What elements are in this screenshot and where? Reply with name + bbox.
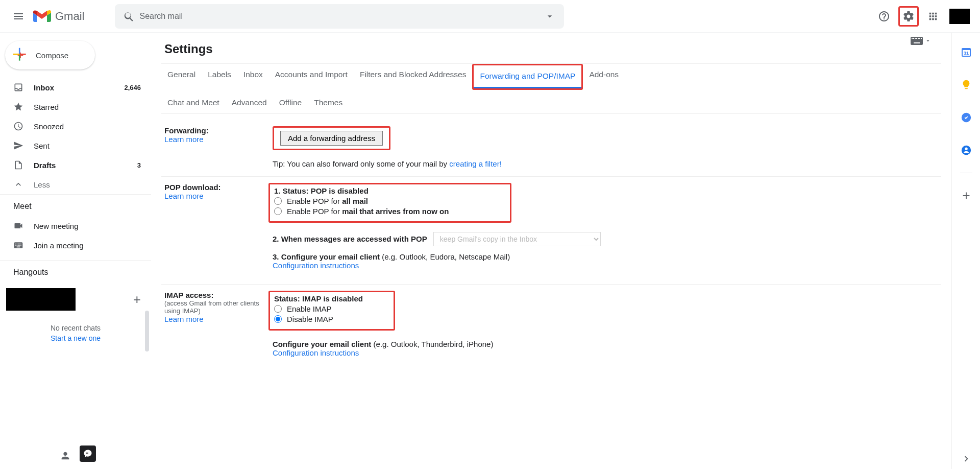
nav-label: Drafts	[34, 161, 56, 170]
pop-enable-new-radio[interactable]: Enable POP for mail that arrives from no…	[274, 207, 449, 216]
forwarding-section: Forwarding: Learn more Add a forwarding …	[161, 120, 941, 177]
imap-subheading: (access Gmail from other clients using I…	[164, 299, 273, 315]
inbox-icon	[13, 82, 23, 92]
svg-rect-8	[914, 42, 920, 43]
hangouts-start-link[interactable]: Start a new one	[0, 334, 151, 342]
pop-step2-label: 2. When messages are accessed with POP	[273, 235, 427, 243]
contacts-footer-button[interactable]	[55, 445, 76, 466]
calendar-icon: 31	[960, 46, 972, 58]
pop-section: POP download: Learn more 1. Status: POP …	[161, 177, 941, 285]
add-forwarding-address-button[interactable]: Add a forwarding address	[280, 131, 383, 146]
search-button[interactable]	[119, 6, 139, 27]
hangouts-footer-button[interactable]	[80, 445, 96, 462]
keyboard-icon	[13, 240, 23, 250]
star-icon	[13, 102, 23, 112]
sidebar: Compose Inbox 2,646 Starred Snoozed	[0, 33, 151, 469]
apps-grid-icon	[927, 11, 939, 22]
meet-section-title: Meet	[0, 195, 151, 216]
nav-label: Snoozed	[34, 122, 64, 131]
send-icon	[13, 140, 23, 151]
calendar-panel-button[interactable]: 31	[956, 42, 976, 62]
hangouts-user-badge[interactable]	[6, 288, 76, 311]
caret-down-icon	[925, 38, 931, 44]
imap-learn-more[interactable]: Learn more	[164, 315, 204, 323]
pop-step3-label: 3. Configure your email client	[273, 252, 382, 261]
file-icon	[13, 160, 23, 170]
drafts-count: 3	[137, 161, 141, 169]
imap-config-label: Configure your email client	[273, 340, 374, 348]
tasks-panel-button[interactable]	[956, 107, 976, 128]
caret-down-icon	[545, 11, 555, 21]
imap-heading: IMAP access:	[164, 291, 273, 299]
forwarding-tip: Tip: You can also forward only some of y…	[273, 159, 941, 168]
sidebar-item-sent[interactable]: Sent	[0, 136, 151, 155]
account-avatar[interactable]	[949, 9, 970, 24]
contacts-panel-button[interactable]	[956, 140, 976, 160]
tab-general[interactable]: General	[161, 64, 202, 90]
pop-learn-more[interactable]: Learn more	[164, 192, 204, 200]
svg-rect-2	[913, 38, 914, 39]
pop-enable-all-radio[interactable]: Enable POP for all mail	[274, 197, 449, 205]
nav-label: Less	[34, 180, 50, 189]
apps-button[interactable]	[923, 6, 943, 27]
addons-panel-button[interactable]	[956, 185, 976, 206]
tab-offline[interactable]: Offline	[273, 92, 308, 113]
hamburger-icon	[12, 10, 24, 22]
compose-button[interactable]: Compose	[5, 41, 95, 69]
tab-inbox[interactable]: Inbox	[237, 64, 269, 90]
page-title: Settings	[164, 42, 941, 56]
tab-accounts[interactable]: Accounts and Import	[269, 64, 354, 90]
forwarding-learn-more[interactable]: Learn more	[164, 135, 204, 144]
tab-chat-meet[interactable]: Chat and Meet	[161, 92, 226, 113]
sidebar-item-less[interactable]: Less	[0, 175, 151, 194]
input-tools-button[interactable]	[911, 37, 931, 45]
tab-themes[interactable]: Themes	[308, 92, 349, 113]
svg-point-14	[965, 148, 968, 151]
pop-config-link[interactable]: Configuration instructions	[273, 261, 359, 270]
pop-status: 1. Status: POP is disabled	[274, 186, 449, 195]
search-options-dropdown[interactable]	[540, 6, 560, 27]
support-button[interactable]	[874, 6, 894, 27]
tab-addons[interactable]: Add-ons	[583, 64, 625, 90]
search-icon	[124, 11, 135, 22]
join-meeting-button[interactable]: Join a meeting	[0, 236, 151, 255]
settings-tabs-row2: Chat and Meet Advanced Offline Themes	[161, 90, 941, 114]
panel-toggle-button[interactable]	[956, 449, 976, 469]
forwarding-heading: Forwarding:	[164, 126, 273, 135]
help-icon	[878, 10, 890, 22]
imap-disable-radio[interactable]: Disable IMAP	[274, 315, 363, 323]
tab-labels[interactable]: Labels	[202, 64, 237, 90]
sidebar-item-starred[interactable]: Starred	[0, 97, 151, 116]
keep-panel-button[interactable]	[956, 75, 976, 95]
keyboard-icon	[911, 37, 923, 45]
search-input[interactable]	[139, 12, 540, 21]
sidebar-scrollbar[interactable]	[145, 311, 149, 351]
tab-advanced[interactable]: Advanced	[226, 92, 273, 113]
hangouts-add-button[interactable]: +	[133, 292, 141, 308]
plus-icon	[12, 47, 29, 63]
chevron-up-icon	[13, 179, 23, 190]
tasks-icon	[961, 112, 972, 123]
inbox-count: 2,646	[124, 84, 141, 91]
hangouts-empty-text: No recent chats	[0, 316, 151, 334]
search-bar	[115, 4, 564, 29]
pop-access-select[interactable]: keep Gmail's copy in the Inbox	[433, 232, 601, 246]
new-meeting-button[interactable]: New meeting	[0, 216, 151, 236]
sidebar-item-snoozed[interactable]: Snoozed	[0, 116, 151, 136]
settings-button[interactable]	[898, 6, 919, 27]
main-menu-button[interactable]	[6, 4, 31, 29]
gmail-logo[interactable]: Gmail	[33, 9, 84, 24]
svg-rect-4	[916, 38, 917, 39]
creating-filter-link[interactable]: creating a filter!	[449, 159, 502, 168]
imap-config-link[interactable]: Configuration instructions	[273, 348, 359, 357]
sidebar-item-drafts[interactable]: Drafts 3	[0, 155, 151, 175]
clock-icon	[13, 121, 23, 131]
sidebar-item-inbox[interactable]: Inbox 2,646	[0, 78, 151, 97]
gmail-icon	[33, 9, 51, 24]
tab-forwarding-pop-imap[interactable]: Forwarding and POP/IMAP	[474, 65, 581, 88]
side-panel: 31	[951, 33, 980, 469]
imap-enable-radio[interactable]: Enable IMAP	[274, 304, 363, 313]
tab-filters[interactable]: Filters and Blocked Addresses	[354, 64, 473, 90]
plus-icon	[961, 190, 972, 201]
svg-rect-6	[919, 38, 920, 39]
